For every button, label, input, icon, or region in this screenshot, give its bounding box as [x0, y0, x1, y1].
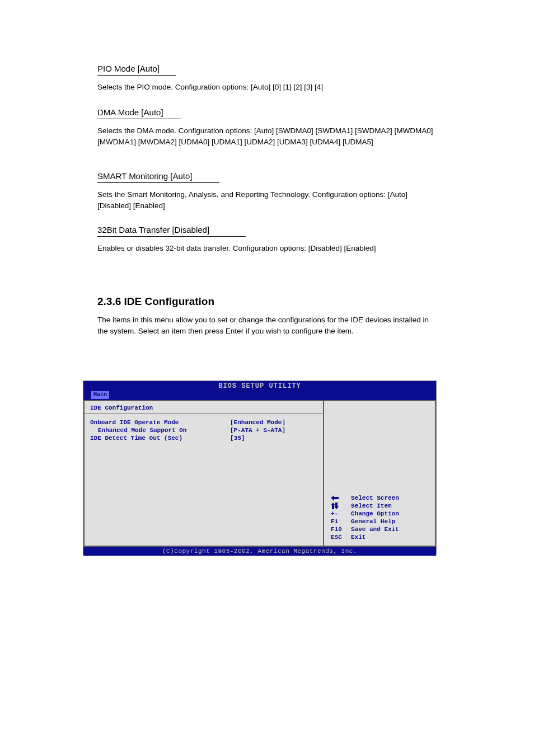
bios-option-row[interactable]: IDE Detect Time Out (Sec)[35]	[90, 434, 317, 442]
bios-option-value: [35]	[230, 434, 245, 442]
heading-dma-mode: DMA Mode [Auto]	[97, 107, 163, 117]
bios-help-row: F10Save and Exit	[331, 525, 399, 533]
bios-help-text: Save and Exit	[351, 525, 399, 533]
svg-marker-1	[331, 503, 335, 509]
svg-marker-0	[331, 495, 339, 501]
underline-pio	[97, 75, 176, 76]
bios-help-text: Change Option	[351, 510, 399, 518]
underline-dma	[97, 119, 181, 119]
bios-option-value: [Enhanced Mode]	[230, 419, 285, 426]
arrows-updown-icon	[331, 502, 351, 510]
bios-right-pane: Select ScreenSelect Item+-Change OptionF…	[323, 400, 436, 547]
bios-help-row: F1General Help	[331, 518, 399, 525]
bios-help: Select ScreenSelect Item+-Change OptionF…	[331, 494, 399, 541]
body-smart: Sets the Smart Monitoring, Analysis, and…	[97, 189, 439, 212]
bios-screen: BIOS SETUP UTILITY Main IDE Configuratio…	[83, 381, 437, 555]
heading-32bit: 32Bit Data Transfer [Disabled]	[97, 225, 209, 234]
bios-help-key: ESC	[331, 533, 351, 541]
heading-ide-config: 2.3.6 IDE Configuration	[97, 295, 214, 308]
bios-help-text: Select Screen	[351, 494, 399, 502]
bios-option-value: [P-ATA + S-ATA]	[230, 426, 285, 434]
body-32bit: Enables or disables 32-bit data transfer…	[97, 243, 439, 254]
bios-title: BIOS SETUP UTILITY	[83, 381, 436, 391]
bios-left-pane: IDE Configuration Onboard IDE Operate Mo…	[83, 400, 323, 547]
bios-option-label: Onboard IDE Operate Mode	[90, 419, 230, 426]
bios-help-row: Select Screen	[331, 494, 399, 502]
heading-pio-mode: PIO Mode [Auto]	[97, 64, 160, 73]
body-dma-mode: Selects the DMA mode. Configuration opti…	[97, 125, 439, 148]
svg-marker-2	[334, 503, 339, 509]
bios-help-key: F1	[331, 518, 351, 525]
bios-body: IDE Configuration Onboard IDE Operate Mo…	[83, 400, 436, 547]
bios-footer: (C)Copyright 1985-2002, American Megatre…	[83, 547, 436, 556]
body-ide-config: The items in this menu allow you to set …	[97, 314, 439, 337]
bios-option-row[interactable]: Enhanced Mode Support On[P-ATA + S-ATA]	[90, 426, 317, 434]
underline-smart	[97, 182, 219, 183]
bios-tabbar: Main	[83, 391, 436, 400]
bios-option-row[interactable]: Onboard IDE Operate Mode[Enhanced Mode]	[90, 419, 317, 426]
body-pio-mode: Selects the PIO mode. Configuration opti…	[97, 82, 439, 93]
bios-tab-main[interactable]: Main	[91, 391, 109, 399]
bios-help-text: Select Item	[351, 502, 392, 510]
bios-help-row: +-Change Option	[331, 510, 399, 518]
underline-32bit	[97, 236, 246, 237]
bios-divider	[85, 414, 323, 414]
bios-option-label: IDE Detect Time Out (Sec)	[90, 434, 230, 442]
bios-help-key: +-	[331, 510, 351, 518]
bios-section-title: IDE Configuration	[90, 405, 317, 411]
arrow-left-icon	[331, 494, 351, 502]
bios-help-row: Select Item	[331, 502, 399, 510]
bios-help-key: F10	[331, 525, 351, 533]
bios-help-row: ESCExit	[331, 533, 399, 541]
heading-smart: SMART Monitoring [Auto]	[97, 171, 193, 181]
bios-option-label: Enhanced Mode Support On	[90, 426, 230, 434]
bios-help-text: Exit	[351, 533, 366, 541]
bios-help-text: General Help	[351, 518, 395, 525]
